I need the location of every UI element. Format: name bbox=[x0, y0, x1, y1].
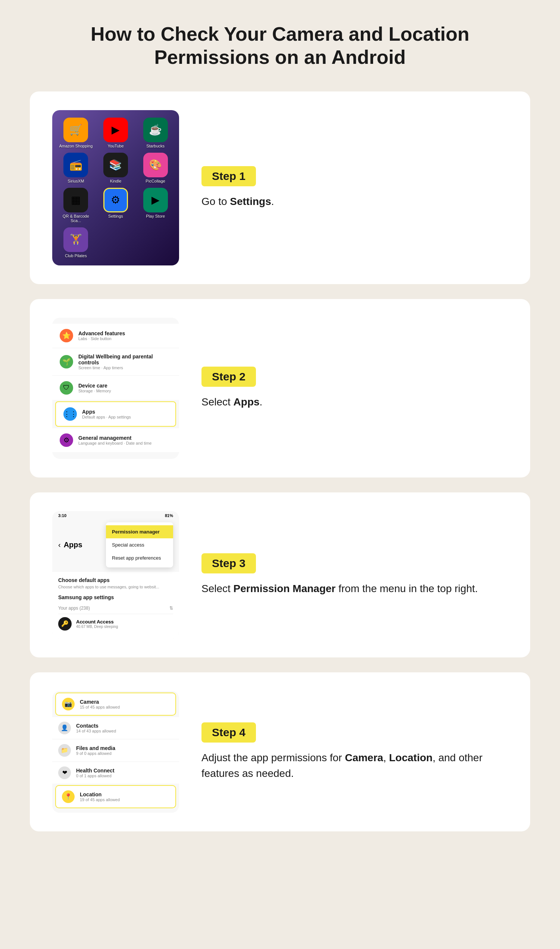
apps-count-row: Your apps (238) ⇅ bbox=[58, 605, 173, 611]
step1-description: Go to Settings. bbox=[202, 194, 508, 210]
step1-badge: Step 1 bbox=[202, 166, 256, 186]
app-icon-youtube: ▶YouTube bbox=[98, 118, 134, 148]
step3-card: 3:10 81% ‹ Apps Permission managerSpecia… bbox=[30, 492, 530, 658]
dropdown-item-permission-manager[interactable]: Permission manager bbox=[106, 525, 173, 538]
step2-card: ⭐Advanced featuresLabs · Side button🌱Dig… bbox=[30, 299, 530, 478]
step2-description: Select Apps. bbox=[202, 394, 508, 410]
step3-content: Step 3 Select Permission Manager from th… bbox=[202, 553, 508, 596]
step2-badge: Step 2 bbox=[202, 367, 256, 387]
perm-item-files-and-media: 📁Files and media9 of 0 apps allowed bbox=[52, 739, 179, 761]
settings-item-digital-wellbeing-and-parental-controls: 🌱Digital Wellbeing and parental controls… bbox=[52, 348, 179, 375]
apps-count: Your apps (238) bbox=[58, 605, 90, 611]
settings-item-advanced-features: ⭐Advanced featuresLabs · Side button bbox=[52, 324, 179, 348]
status-bar: 3:10 81% bbox=[52, 511, 179, 519]
battery: 81% bbox=[165, 513, 173, 518]
step2-phone: ⭐Advanced featuresLabs · Side button🌱Dig… bbox=[52, 318, 179, 459]
step4-card: 📷Camera15 of 45 apps allowed👤Contacts14 … bbox=[30, 672, 530, 831]
apps-screen: 3:10 81% ‹ Apps Permission managerSpecia… bbox=[52, 511, 179, 639]
step4-description: Adjust the app permissions for Camera, L… bbox=[202, 750, 508, 781]
step2-content: Step 2 Select Apps. bbox=[202, 367, 508, 410]
perm-item-location: 📍Location19 of 45 apps allowed bbox=[55, 785, 176, 808]
step4-badge: Step 4 bbox=[202, 723, 256, 743]
app-icon-qr&barcodesca...: ▦QR & Barcode Sca... bbox=[58, 188, 94, 223]
step3-phone: 3:10 81% ‹ Apps Permission managerSpecia… bbox=[52, 511, 179, 639]
step1-content: Step 1 Go to Settings. bbox=[202, 166, 508, 210]
perm-item-health-connect: ❤Health Connect0 of 1 apps allowed bbox=[52, 762, 179, 784]
dropdown-item-special-access[interactable]: Special access bbox=[106, 538, 173, 552]
app-icon-siriusxm: 📻SiriusXM bbox=[58, 153, 94, 183]
step4-content: Step 4 Adjust the app permissions for Ca… bbox=[202, 723, 508, 781]
apps-section-title: Choose default apps bbox=[58, 577, 173, 583]
app-icon-amazonshopping: 🛒Amazon Shopping bbox=[58, 118, 94, 148]
apps-header-left: ‹ Apps bbox=[58, 541, 82, 549]
app-icon-kindle: 📚Kindle bbox=[98, 153, 134, 183]
app-icon-piccollage: 🎨PicCollage bbox=[138, 153, 173, 183]
apps-body: Choose default apps Choose which apps to… bbox=[52, 572, 179, 639]
app-icon-clubpilates: 🏋Club Pilates bbox=[58, 227, 94, 258]
apps-header: ‹ Apps Permission managerSpecial accessR… bbox=[52, 519, 179, 572]
home-screen: 🛒Amazon Shopping▶YouTube☕Starbucks📻Siriu… bbox=[52, 110, 179, 265]
perm-item-contacts: 👤Contacts14 of 43 apps allowed bbox=[52, 717, 179, 739]
app-icon-starbucks: ☕Starbucks bbox=[138, 118, 173, 148]
time: 3:10 bbox=[58, 513, 66, 518]
apps-section-sub: Choose which apps to use messages, going… bbox=[58, 585, 173, 589]
sort-icon: ⇅ bbox=[169, 605, 173, 611]
settings-screen: ⭐Advanced featuresLabs · Side button🌱Dig… bbox=[52, 318, 179, 459]
page-title: How to Check Your Camera and Location Pe… bbox=[30, 15, 530, 77]
step4-phone: 📷Camera15 of 45 apps allowed👤Contacts14 … bbox=[52, 691, 179, 813]
app-icon-settings: ⚙Settings bbox=[98, 188, 134, 223]
apps-list-item: 🔑 Account Access 40.67 MB, Deep sleeping bbox=[58, 614, 173, 633]
settings-item-apps: ⋮⋮AppsDefault apps · App settings bbox=[55, 401, 176, 427]
settings-item-device-care: 🛡Device careStorage · Memory bbox=[52, 376, 179, 400]
step3-description: Select Permission Manager from the menu … bbox=[202, 581, 508, 596]
permission-screen: 📷Camera15 of 45 apps allowed👤Contacts14 … bbox=[52, 691, 179, 813]
account-access-text: Account Access 40.67 MB, Deep sleeping bbox=[76, 619, 118, 629]
permission-dropdown: Permission managerSpecial accessReset ap… bbox=[106, 522, 173, 567]
step1-card: 🛒Amazon Shopping▶YouTube☕Starbucks📻Siriu… bbox=[30, 91, 530, 284]
samsung-settings: Samsung app settings bbox=[58, 594, 173, 600]
perm-item-camera: 📷Camera15 of 45 apps allowed bbox=[55, 693, 176, 716]
step1-phone: 🛒Amazon Shopping▶YouTube☕Starbucks📻Siriu… bbox=[52, 110, 179, 265]
apps-header-title: Apps bbox=[64, 541, 82, 549]
account-access-icon: 🔑 bbox=[58, 617, 72, 630]
step3-badge: Step 3 bbox=[202, 553, 256, 573]
back-arrow-icon: ‹ bbox=[58, 541, 61, 549]
settings-item-general-management: ⚙General managementLanguage and keyboard… bbox=[52, 428, 179, 452]
app-icon-playstore: ▶Play Store bbox=[138, 188, 173, 223]
dropdown-item-reset-app-preferences[interactable]: Reset app preferences bbox=[106, 552, 173, 564]
